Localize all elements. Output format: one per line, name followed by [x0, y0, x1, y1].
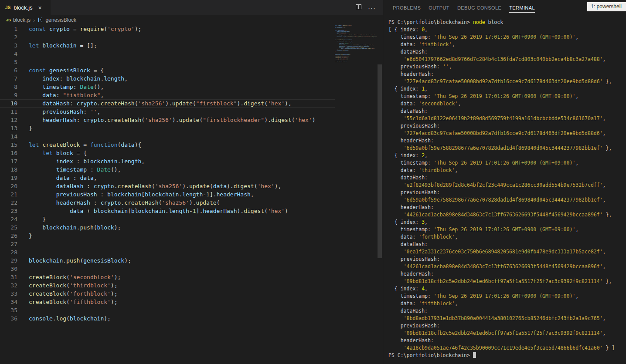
line-number: 13 [0, 124, 17, 132]
code-line[interactable]: 17 index : blockchain.length, [0, 157, 335, 165]
token-pl: ( [66, 274, 70, 280]
code-line[interactable]: 31createBlock('secondblock'); [0, 273, 335, 281]
code-line[interactable]: 12 headerHash: crypto.createHash('sha256… [0, 116, 335, 124]
token-pl: ) [285, 208, 288, 214]
token-fn: update [172, 100, 193, 107]
token-pl: ). [227, 183, 234, 189]
panel-tab-debug-console[interactable]: DEBUG CONSOLE [457, 3, 501, 13]
code-text: previousHash: '', [17, 108, 100, 116]
code-line[interactable]: 26} [0, 232, 335, 240]
token-var: crypto [49, 26, 70, 32]
more-actions-icon[interactable]: ··· [368, 4, 376, 11]
code-line[interactable]: 35 [0, 306, 335, 314]
code-line[interactable]: 19 data : data, [0, 174, 335, 182]
code-line[interactable]: 33createBlock('forthblock'); [0, 290, 335, 298]
token-d: , [455, 167, 458, 173]
token-str: 'thirdblock' [70, 282, 111, 289]
code-text: dataHash : crypto.createHash('sha256').u… [17, 182, 281, 190]
token-d: , [603, 197, 606, 203]
code-line[interactable]: 30 [0, 265, 335, 273]
token-d [388, 182, 404, 188]
token-s: 'fifthblock' [418, 300, 455, 307]
token-d: dataHash: [388, 308, 428, 314]
token-s: '8bd8adb17931e1db37b890a004414a380102765… [404, 315, 603, 321]
code-line[interactable]: 15let createBlock = function(data){ [0, 141, 335, 149]
panel-tab-problems[interactable]: PROBLEMS [393, 3, 421, 13]
line-number: 17 [0, 157, 17, 165]
token-d: [ { index: [388, 27, 422, 33]
line-number: 30 [0, 265, 17, 273]
token-var: headerHash [42, 117, 76, 123]
terminal-line: '44261cad1acba898e84d34863c7c13ff6763626… [388, 211, 626, 219]
token-pl: , [141, 158, 145, 165]
token-pl: , [94, 175, 97, 181]
code-line[interactable]: 14 [0, 132, 335, 141]
panel-tab-output[interactable]: OUTPUT [429, 3, 449, 13]
code-line[interactable]: 27 [0, 240, 335, 248]
code-line[interactable]: 25 blockchain.push(block); [0, 223, 335, 232]
token-var: dataHash [42, 100, 70, 107]
code-line[interactable]: 5 [0, 58, 335, 66]
token-d: timestamp: [388, 34, 434, 40]
line-number: 7 [0, 74, 17, 83]
editor-scrollbar[interactable] [377, 25, 383, 364]
token-d: previousHash: [388, 256, 440, 262]
minimap[interactable]: const crypto = require('crypto');let blo… [335, 25, 377, 364]
code-line[interactable]: 4 [0, 50, 335, 58]
token-pl: : [59, 75, 66, 82]
token-d: data: [388, 101, 418, 107]
code-line[interactable]: 32createBlock('thirdblock'); [0, 281, 335, 290]
code-line[interactable]: 10 dataHash: crypto.createHash('sha256')… [0, 99, 335, 108]
token-var: crypto [83, 117, 104, 123]
code-line[interactable]: 6const genesisBlock = { [0, 66, 335, 74]
code-text: index : blockchain.length, [17, 157, 145, 165]
terminal-line: previousHash: [388, 256, 626, 263]
code-line[interactable]: 1const crypto = require('crypto'); [0, 25, 335, 33]
token-d: dataHash: [388, 49, 428, 55]
code-line[interactable]: 9 data: "fistblock", [0, 91, 335, 99]
token-d: timestamp: [388, 160, 434, 166]
token-d [388, 278, 404, 284]
breadcrumb-symbol[interactable]: genesisBlock [45, 17, 76, 23]
code-line[interactable]: 16 let block = { [0, 149, 335, 157]
token-var: headerHash [203, 208, 237, 214]
code-line[interactable]: 24 } [0, 215, 335, 223]
breadcrumb-file[interactable]: block.js [13, 17, 31, 23]
code-line[interactable]: 7 index: blockchain.length, [0, 74, 335, 83]
code-line[interactable]: 22 headerHash : crypto.createHash('sha25… [0, 199, 335, 207]
token-pl: : [90, 199, 100, 206]
line-number: 36 [0, 314, 17, 323]
token-fn: createHash [100, 100, 134, 107]
panel-tab-terminal[interactable]: TERMINAL [509, 3, 535, 13]
code-line[interactable]: 20 dataHash : crypto.createHash('sha256'… [0, 182, 335, 190]
code-line[interactable]: 2 [0, 33, 335, 41]
token-fn: digest [271, 117, 292, 123]
code-line[interactable]: 29blockchain.push(genesisBlock); [0, 256, 335, 265]
terminal-line: { index: 3, [388, 219, 626, 226]
code-line[interactable]: 13} [0, 124, 335, 132]
token-pl [29, 224, 42, 231]
code-lines[interactable]: 1const crypto = require('crypto');23let … [0, 25, 335, 323]
shell-selector-dropdown[interactable]: 1: powershell [587, 2, 626, 11]
token-pl: , [124, 75, 128, 82]
token-s: 'e6d5041797662ed8d9766d7c284b4c136fda7cd… [404, 56, 603, 62]
code-text: data: "fistblock", [17, 91, 104, 99]
code-line[interactable]: 28 [0, 248, 335, 256]
split-editor-icon[interactable] [355, 3, 362, 12]
code-line[interactable]: 23 data + blockchain[blockchain.length-1… [0, 207, 335, 215]
code-line[interactable]: 11 previousHash: '', [0, 108, 335, 116]
code-line[interactable]: 3let blockchain = []; [0, 41, 335, 50]
code-line[interactable]: 36console.log(blockchain); [0, 314, 335, 323]
code-text [17, 306, 29, 314]
tab-block-js[interactable]: JS block.js × [0, 0, 51, 15]
code-text: headerHash: crypto.createHash('sha256').… [17, 116, 316, 124]
terminal-line: data: 'secondblock', [388, 100, 626, 108]
token-var: crypto [94, 183, 114, 189]
scrollbar-thumb[interactable] [378, 64, 382, 258]
code-line[interactable]: 8 timestamp: Date(), [0, 83, 335, 91]
code-line[interactable]: 21 previousHash : blockchain[blockchain.… [0, 190, 335, 199]
close-icon[interactable]: × [38, 4, 42, 11]
terminal-content[interactable]: PS C:\portfolio\blockchain> node block[ … [383, 15, 626, 364]
code-line[interactable]: 18 timestamp : Date(), [0, 165, 335, 174]
code-line[interactable]: 34createBlock('fifthblock'); [0, 298, 335, 306]
